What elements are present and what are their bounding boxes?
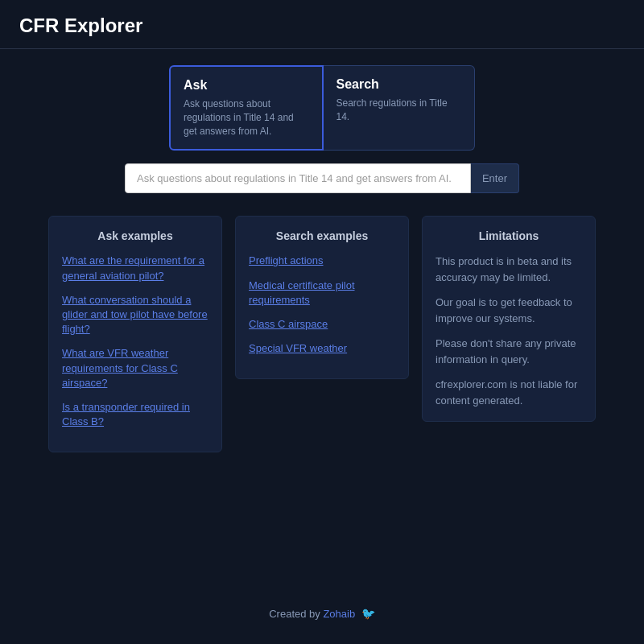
author-link[interactable]: Zohaib — [323, 608, 355, 620]
columns: Ask examples What are the requirement fo… — [48, 216, 596, 452]
enter-button[interactable]: Enter — [471, 163, 519, 193]
limitation-2: Our goal is to get feedback to improve o… — [436, 295, 582, 326]
limitations-column: Limitations This product is in beta and … — [422, 216, 596, 422]
ask-example-3[interactable]: What are VFR weather requirements for Cl… — [62, 346, 208, 390]
tab-ask-title: Ask — [184, 78, 309, 93]
search-example-3[interactable]: Class C airspace — [249, 317, 395, 332]
tab-search-title: Search — [336, 77, 462, 92]
tab-ask-desc: Ask questions about regulations in Title… — [184, 97, 309, 138]
app-title: CFR Explorer — [19, 14, 625, 37]
ask-example-1[interactable]: What are the requirement for a general a… — [62, 254, 208, 283]
limitation-3: Please don't share any private informati… — [436, 336, 582, 367]
footer: Created by Zohaib 🐦 — [0, 607, 644, 620]
header: CFR Explorer — [0, 0, 644, 49]
input-row: Enter — [125, 163, 519, 193]
ask-examples-column: Ask examples What are the requirement fo… — [48, 216, 222, 452]
tab-search[interactable]: Search Search regulations in Title 14. — [324, 65, 476, 151]
limitation-1: This product is in beta and its accuracy… — [436, 254, 582, 285]
search-example-2[interactable]: Medical certificate pilot requirements — [249, 279, 395, 308]
search-example-4[interactable]: Special VFR weather — [249, 341, 395, 356]
limitations-title: Limitations — [436, 229, 582, 242]
created-by-label: Created by — [269, 608, 320, 620]
ask-example-4[interactable]: Is a transponder required in Class B? — [62, 400, 208, 429]
ask-example-2[interactable]: What conversation should a glider and to… — [62, 293, 208, 337]
limitation-4: cfrexplorer.com is not liable for conten… — [436, 377, 582, 408]
tab-search-desc: Search regulations in Title 14. — [336, 97, 462, 124]
twitter-icon: 🐦 — [361, 607, 375, 620]
search-examples-title: Search examples — [249, 229, 395, 242]
search-example-1[interactable]: Preflight actions — [249, 254, 395, 268]
tab-cards: Ask Ask questions about regulations in T… — [169, 65, 475, 151]
ask-input[interactable] — [125, 163, 471, 193]
main-content: Ask Ask questions about regulations in T… — [0, 49, 644, 452]
ask-examples-title: Ask examples — [62, 229, 208, 242]
tab-ask[interactable]: Ask Ask questions about regulations in T… — [169, 65, 324, 151]
search-examples-column: Search examples Preflight actions Medica… — [235, 216, 409, 379]
